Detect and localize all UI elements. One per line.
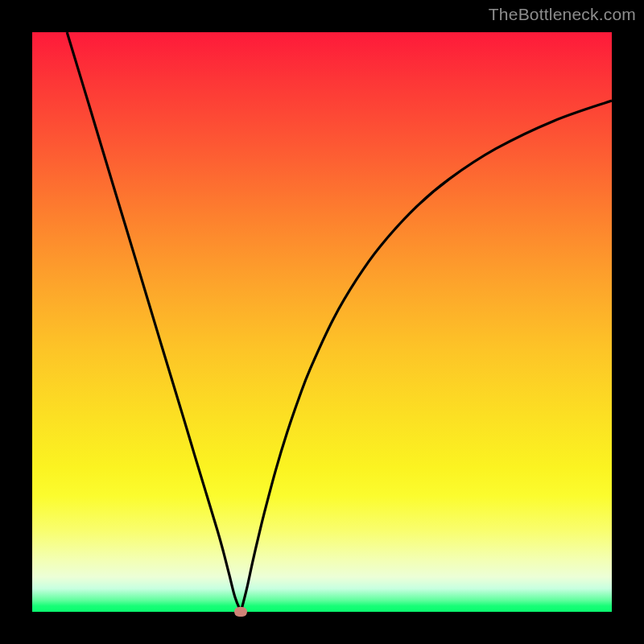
bottleneck-curve xyxy=(32,32,612,612)
plot-area xyxy=(32,32,612,612)
chart-frame: TheBottleneck.com xyxy=(0,0,644,644)
curve-right-path xyxy=(241,101,612,612)
curve-left-path xyxy=(67,32,241,612)
watermark-text: TheBottleneck.com xyxy=(489,5,636,24)
minimum-marker xyxy=(234,607,247,617)
